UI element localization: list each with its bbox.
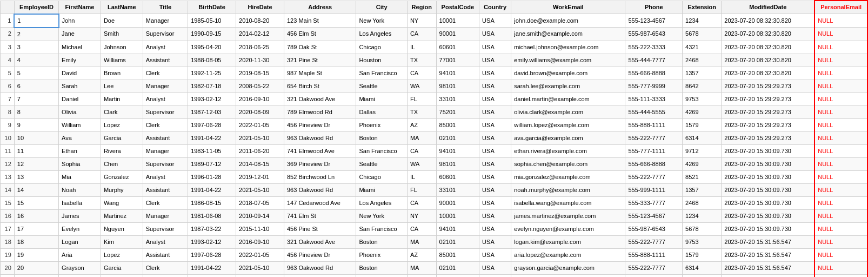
cell-postalcode: 60601: [436, 170, 479, 183]
table-row[interactable]: 2121LunaRiveraManager1983-11-052011-06-2…: [1, 274, 868, 277]
table-row[interactable]: 33MichaelJohnsonAnalyst1995-04-202018-06…: [1, 41, 868, 54]
table-row[interactable]: 1919AriaLopezAssistant1997-06-282022-01-…: [1, 248, 868, 261]
cell-extension: 9712: [683, 274, 722, 277]
cell-hiredate: 2010-08-20: [236, 14, 284, 28]
cell-phone: 555-777-1111: [625, 274, 683, 277]
table-row[interactable]: 1010AvaGarciaAssistant1991-04-222021-05-…: [1, 131, 868, 144]
column-header-phone: Phone: [625, 1, 683, 14]
table-row[interactable]: 22JaneSmithSupervisor1990-09-152014-02-1…: [1, 28, 868, 41]
table-row[interactable]: 99WilliamLopezClerk1997-06-282022-01-054…: [1, 118, 868, 131]
cell-postalcode: 94101: [436, 222, 479, 235]
table-row[interactable]: 2020GraysonGarciaClerk1991-04-222021-05-…: [1, 261, 868, 274]
cell-birthdate: 1995-04-20: [188, 41, 236, 54]
cell-employeeid: 11: [14, 144, 58, 157]
cell-personalemail: NULL: [814, 80, 867, 93]
cell-phone: 555-666-8888: [625, 157, 683, 170]
cell-extension: 1579: [683, 118, 722, 131]
cell-extension: 8521: [683, 170, 722, 183]
cell-country: USA: [479, 157, 511, 170]
cell-personalemail: NULL: [814, 183, 867, 196]
cell-modifieddate: 2023-07-20 15:29:29.273: [722, 131, 814, 144]
cell-title: Clerk: [143, 196, 188, 209]
cell-lastname: Johnson: [101, 41, 143, 54]
cell-modifieddate: 2023-07-20 15:31:56.547: [722, 248, 814, 261]
cell-city: Houston: [356, 54, 408, 67]
cell-phone: 555-999-1111: [625, 183, 683, 196]
cell-title: Assistant: [143, 131, 188, 144]
table-row[interactable]: 11JohnDoeManager1985-05-102010-08-20123 …: [1, 14, 868, 28]
cell-address: 147 Cedarwood Ave: [284, 196, 356, 209]
table-row[interactable]: 1515IsabellaWangClerk1986-08-152018-07-0…: [1, 196, 868, 209]
cell-extension: 2468: [683, 196, 722, 209]
cell-extension: 1234: [683, 209, 722, 222]
cell-extension: 9712: [683, 144, 722, 157]
cell-lastname: Lopez: [101, 118, 143, 131]
cell-workemail: logan.kim@example.com: [511, 235, 625, 248]
cell-address: 123 Main St: [284, 14, 356, 28]
cell-personalemail: NULL: [814, 28, 867, 41]
table-row[interactable]: 1313MiaGonzalezAnalyst1996-01-282019-12-…: [1, 170, 868, 183]
cell-workemail: emily.williams@example.com: [511, 54, 625, 67]
table-row[interactable]: 1111EthanRiveraManager1983-11-052011-06-…: [1, 144, 868, 157]
cell-hiredate: 2016-09-10: [236, 93, 284, 105]
cell-hiredate: 2018-06-25: [236, 41, 284, 54]
column-header-rownum: [1, 1, 15, 14]
cell-hiredate: 2020-11-30: [236, 54, 284, 67]
cell-workemail: michael.johnson@example.com: [511, 41, 625, 54]
cell-city: Los Angeles: [356, 28, 408, 41]
cell-title: Supervisor: [143, 222, 188, 235]
cell-region: MA: [407, 261, 436, 274]
cell-title: Analyst: [143, 93, 188, 105]
cell-workemail: david.brown@example.com: [511, 67, 625, 80]
cell-rownum: 10: [1, 131, 15, 144]
table-row[interactable]: 88OliviaClarkSupervisor1987-12-032020-08…: [1, 105, 868, 118]
table-row[interactable]: 44EmilyWilliamsAssistant1988-08-052020-1…: [1, 54, 868, 67]
table-row[interactable]: 1212SophiaChenSupervisor1989-07-122014-0…: [1, 157, 868, 170]
cell-title: Supervisor: [143, 105, 188, 118]
cell-workemail: olivia.clark@example.com: [511, 105, 625, 118]
table-row[interactable]: 77DanielMartinAnalyst1993-02-122016-09-1…: [1, 93, 868, 105]
cell-country: USA: [479, 80, 511, 93]
table-row[interactable]: 1414NoahMurphyAssistant1991-04-222021-05…: [1, 183, 868, 196]
cell-modifieddate: 2023-07-20 15:29:29.273: [722, 93, 814, 105]
cell-country: USA: [479, 170, 511, 183]
cell-workemail: mia.gonzalez@example.com: [511, 170, 625, 183]
table-row[interactable]: 55DavidBrownClerk1992-11-252019-08-15987…: [1, 67, 868, 80]
cell-firstname: William: [59, 118, 101, 131]
cell-hiredate: 2019-08-15: [236, 67, 284, 80]
cell-rownum: 7: [1, 93, 15, 105]
table-row[interactable]: 1818LoganKimAnalyst1993-02-122016-09-103…: [1, 235, 868, 248]
table-row[interactable]: 1717EvelynNguyenSupervisor1987-03-222015…: [1, 222, 868, 235]
cell-personalemail: NULL: [814, 170, 867, 183]
cell-country: USA: [479, 54, 511, 67]
cell-workemail: grayson.garcia@example.com: [511, 261, 625, 274]
cell-lastname: Doe: [101, 14, 143, 28]
cell-personalemail: NULL: [814, 157, 867, 170]
cell-extension: 9753: [683, 93, 722, 105]
cell-extension: 9753: [683, 235, 722, 248]
cell-phone: 555-444-5555: [625, 105, 683, 118]
cell-lastname: Brown: [101, 67, 143, 80]
cell-employeeid: 1: [14, 14, 58, 28]
cell-employeeid: 5: [14, 67, 58, 80]
cell-hiredate: 2019-12-01: [236, 170, 284, 183]
cell-modifieddate: 2023-07-20 08:32:30.820: [722, 54, 814, 67]
cell-workemail: daniel.martin@example.com: [511, 93, 625, 105]
cell-country: USA: [479, 209, 511, 222]
cell-modifieddate: 2023-07-20 15:30:09.730: [722, 170, 814, 183]
cell-lastname: Rivera: [101, 274, 143, 277]
cell-address: 963 Oakwood Rd: [284, 131, 356, 144]
cell-city: Los Angeles: [356, 196, 408, 209]
table-row[interactable]: 66SarahLeeManager1982-07-182008-05-22654…: [1, 80, 868, 93]
cell-phone: 555-777-1111: [625, 144, 683, 157]
cell-lastname: Nguyen: [101, 222, 143, 235]
cell-employeeid: 2: [14, 28, 58, 41]
cell-region: CA: [407, 144, 436, 157]
table-row[interactable]: 1616JamesMartinezManager1981-06-082010-0…: [1, 209, 868, 222]
cell-address: 789 Oak St: [284, 41, 356, 54]
cell-title: Manager: [143, 209, 188, 222]
cell-workemail: jane.smith@example.com: [511, 28, 625, 41]
cell-extension: 8642: [683, 80, 722, 93]
cell-employeeid: 20: [14, 261, 58, 274]
cell-modifieddate: 2023-07-20 08:32:30.820: [722, 28, 814, 41]
